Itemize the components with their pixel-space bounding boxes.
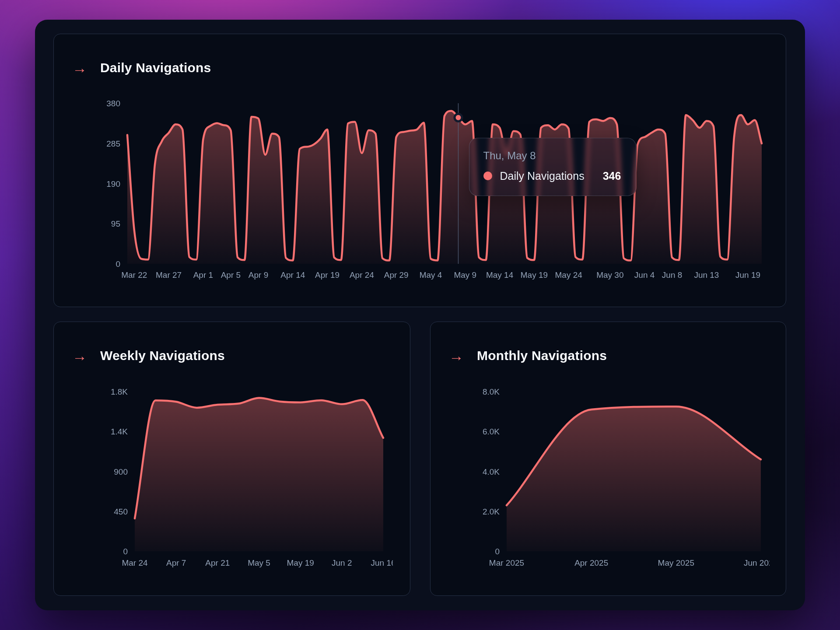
x-tick-label: May 5 <box>248 558 270 567</box>
weekly-chart-title: Weekly Navigations <box>100 346 225 365</box>
x-tick-label: Mar 24 <box>122 558 148 567</box>
monthly-navigations-card: → Monthly Navigations 02.0K4.0K6.0K8.0KM… <box>430 322 786 596</box>
x-tick-label: May 19 <box>287 558 314 567</box>
weekly-chart[interactable]: 04509001.4K1.8KMar 24Apr 7Apr 21May 5May… <box>71 375 393 574</box>
x-tick-label: Jun 2 <box>332 558 352 567</box>
series-dot-icon <box>483 172 492 180</box>
x-tick-label: Apr 1 <box>193 270 213 280</box>
tooltip-date: Thu, May 8 <box>483 150 621 162</box>
daily-area <box>127 111 762 264</box>
x-tick-label: Apr 7 <box>166 558 186 567</box>
monthly-chart[interactable]: 02.0K4.0K6.0K8.0KMar 2025Apr 2025May 202… <box>448 375 770 574</box>
y-tick-label: 1.4K <box>111 427 128 436</box>
daily-chart-svg: 095190285380Mar 22Mar 27Apr 1Apr 5Apr 9A… <box>71 87 768 284</box>
y-tick-label: 285 <box>106 139 120 148</box>
tooltip-row: Daily Navigations 346 <box>483 170 621 182</box>
x-tick-label: Mar 27 <box>156 270 182 280</box>
arrow-right-icon: → <box>72 346 87 365</box>
x-tick-label: Jun 16 <box>371 558 393 567</box>
app-window: → Daily Navigations 095190285380Mar 22Ma… <box>35 20 805 610</box>
x-tick-label: Jun 8 <box>662 270 682 280</box>
y-tick-label: 0 <box>116 259 120 269</box>
tooltip-value: 346 <box>603 170 621 182</box>
y-tick-label: 2.0K <box>483 507 500 516</box>
daily-chart[interactable]: 095190285380Mar 22Mar 27Apr 1Apr 5Apr 9A… <box>71 87 768 286</box>
arrow-right-icon: → <box>449 346 464 365</box>
x-tick-label: Mar 22 <box>121 270 147 280</box>
x-tick-label: May 19 <box>521 270 548 280</box>
weekly-navigations-card: → Weekly Navigations 04509001.4K1.8KMar … <box>53 322 410 596</box>
y-tick-label: 6.0K <box>483 427 500 436</box>
x-tick-label: Apr 21 <box>205 558 230 567</box>
y-tick-label: 190 <box>106 179 120 189</box>
weekly-area <box>135 398 383 551</box>
x-tick-label: May 4 <box>420 270 442 280</box>
x-tick-label: May 2025 <box>658 558 694 567</box>
x-tick-label: Apr 14 <box>280 270 305 280</box>
y-tick-label: 450 <box>114 507 128 516</box>
monthly-area <box>507 406 761 551</box>
x-tick-label: May 30 <box>596 270 623 280</box>
x-tick-label: Apr 9 <box>248 270 268 280</box>
y-tick-label: 0 <box>495 547 500 556</box>
monthly-chart-title: Monthly Navigations <box>477 346 607 365</box>
daily-navigations-card: → Daily Navigations 095190285380Mar 22Ma… <box>53 34 786 307</box>
y-tick-label: 8.0K <box>483 387 500 396</box>
x-tick-label: Apr 29 <box>384 270 409 280</box>
x-tick-label: May 14 <box>486 270 514 280</box>
y-tick-label: 1.8K <box>111 387 128 396</box>
x-tick-label: Apr 24 <box>350 270 374 280</box>
x-tick-label: May 9 <box>454 270 476 280</box>
arrow-right-icon: → <box>72 59 87 77</box>
daily-card-header: → Daily Navigations <box>72 59 211 77</box>
y-tick-label: 0 <box>123 547 128 556</box>
x-tick-label: Apr 5 <box>221 270 241 280</box>
x-tick-label: Jun 13 <box>694 270 719 280</box>
tooltip-series-label: Daily Navigations <box>500 170 584 182</box>
monthly-card-header: → Monthly Navigations <box>449 346 607 365</box>
hover-point-marker <box>455 114 462 121</box>
x-tick-label: Apr 2025 <box>574 558 608 567</box>
chart-tooltip: Thu, May 8 Daily Navigations 346 <box>469 138 637 196</box>
x-tick-label: Mar 2025 <box>489 558 524 567</box>
x-tick-label: Jun 19 <box>735 270 760 280</box>
monthly-chart-svg: 02.0K4.0K6.0K8.0KMar 2025Apr 2025May 202… <box>448 375 770 572</box>
x-tick-label: May 24 <box>555 270 583 280</box>
x-tick-label: Jun 4 <box>634 270 655 280</box>
weekly-chart-svg: 04509001.4K1.8KMar 24Apr 7Apr 21May 5May… <box>71 375 393 572</box>
weekly-card-header: → Weekly Navigations <box>72 346 225 365</box>
y-tick-label: 900 <box>114 467 128 476</box>
x-tick-label: Jun 2025 <box>744 558 770 567</box>
y-tick-label: 95 <box>111 219 120 228</box>
x-tick-label: Apr 19 <box>315 270 340 280</box>
daily-chart-title: Daily Navigations <box>100 59 211 77</box>
y-tick-label: 380 <box>106 99 120 108</box>
y-tick-label: 4.0K <box>483 467 500 476</box>
